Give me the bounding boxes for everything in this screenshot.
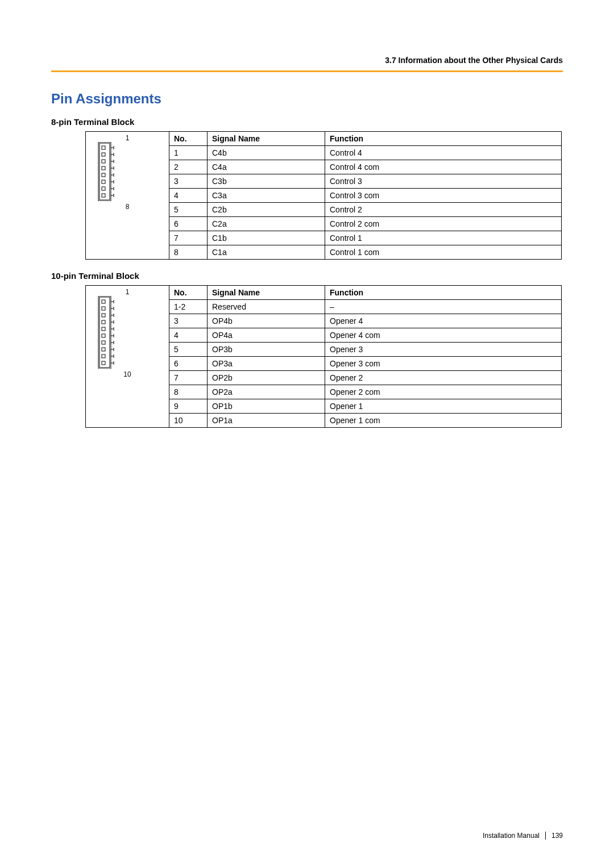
footer-divider bbox=[545, 832, 546, 840]
header-section-label: 3.7 Information about the Other Physical… bbox=[385, 56, 563, 65]
svg-rect-55 bbox=[102, 361, 105, 365]
cell-func: Opener 1 bbox=[325, 399, 562, 414]
footer-manual-label: Installation Manual bbox=[483, 832, 540, 840]
svg-rect-1 bbox=[99, 143, 110, 200]
table-header-row: 18No.Signal NameFunction bbox=[86, 132, 562, 146]
cell-no: 4 bbox=[169, 328, 208, 343]
content-area: Pin Assignments 8-pin Terminal Block 18N… bbox=[51, 91, 563, 428]
cell-no: 3 bbox=[169, 314, 208, 328]
table-8pin: 18No.Signal NameFunction1C4bControl 42C4… bbox=[85, 131, 562, 260]
cell-func: Opener 2 com bbox=[325, 385, 562, 399]
cell-func: Control 2 com bbox=[325, 217, 562, 231]
cell-no: 10 bbox=[169, 414, 208, 428]
page: 3.7 Information about the Other Physical… bbox=[0, 0, 614, 868]
cell-no: 4 bbox=[169, 189, 208, 203]
cell-signal: OP1a bbox=[208, 414, 325, 428]
svg-rect-27 bbox=[99, 297, 110, 368]
terminal-block-diagram-cell: 18 bbox=[86, 132, 169, 260]
page-title: Pin Assignments bbox=[51, 91, 563, 107]
cell-func: Opener 3 com bbox=[325, 357, 562, 371]
cell-func: Control 1 bbox=[325, 231, 562, 245]
svg-rect-23 bbox=[102, 194, 105, 197]
cell-signal: C3a bbox=[208, 189, 325, 203]
svg-rect-46 bbox=[102, 341, 105, 344]
cell-signal: OP4b bbox=[208, 314, 325, 328]
heading-8pin: 8-pin Terminal Block bbox=[51, 117, 563, 127]
cell-signal: OP3a bbox=[208, 357, 325, 371]
svg-rect-8 bbox=[102, 160, 105, 163]
cell-func: Opener 2 bbox=[325, 371, 562, 385]
cell-no: 8 bbox=[169, 385, 208, 399]
terminal-block-diagram-cell: 110 bbox=[86, 286, 169, 428]
cell-signal: C3b bbox=[208, 174, 325, 189]
cell-func: Control 3 com bbox=[325, 189, 562, 203]
cell-func: Control 3 bbox=[325, 174, 562, 189]
svg-rect-0 bbox=[98, 142, 111, 201]
cell-no: 5 bbox=[169, 343, 208, 357]
cell-func: Control 4 com bbox=[325, 160, 562, 174]
heading-10pin: 10-pin Terminal Block bbox=[51, 271, 563, 281]
cell-no: 1-2 bbox=[169, 300, 208, 314]
table-column-header: Function bbox=[325, 132, 562, 146]
svg-rect-49 bbox=[102, 348, 105, 351]
cell-signal: C1a bbox=[208, 245, 325, 260]
svg-rect-20 bbox=[102, 187, 105, 190]
cell-no: 7 bbox=[169, 371, 208, 385]
cell-signal: C4b bbox=[208, 146, 325, 160]
table-column-header: Signal Name bbox=[208, 132, 325, 146]
svg-rect-2 bbox=[102, 146, 105, 149]
cell-no: 6 bbox=[169, 217, 208, 231]
terminal-block-label-bottom: 8 bbox=[90, 203, 164, 211]
cell-signal: C4a bbox=[208, 160, 325, 174]
cell-no: 8 bbox=[169, 245, 208, 260]
cell-func: – bbox=[325, 300, 562, 314]
terminal-block-label-top: 1 bbox=[90, 288, 164, 296]
terminal-block-icon bbox=[90, 142, 119, 201]
table-column-header: Function bbox=[325, 286, 562, 300]
svg-rect-5 bbox=[102, 153, 105, 156]
header-rule bbox=[51, 70, 563, 72]
terminal-block-icon bbox=[90, 296, 119, 369]
cell-no: 3 bbox=[169, 174, 208, 189]
cell-signal: C2a bbox=[208, 217, 325, 231]
svg-rect-37 bbox=[102, 320, 105, 324]
table-10pin: 110No.Signal NameFunction1-2Reserved–3OP… bbox=[85, 285, 562, 428]
cell-func: Control 4 bbox=[325, 146, 562, 160]
cell-no: 2 bbox=[169, 160, 208, 174]
cell-no: 1 bbox=[169, 146, 208, 160]
cell-func: Opener 4 bbox=[325, 314, 562, 328]
cell-signal: OP1b bbox=[208, 399, 325, 414]
svg-rect-34 bbox=[102, 314, 105, 317]
cell-no: 6 bbox=[169, 357, 208, 371]
cell-no: 5 bbox=[169, 203, 208, 217]
cell-no: 7 bbox=[169, 231, 208, 245]
cell-func: Opener 3 bbox=[325, 343, 562, 357]
table-header-row: 110No.Signal NameFunction bbox=[86, 286, 562, 300]
terminal-block-label-bottom: 10 bbox=[90, 370, 164, 378]
cell-signal: OP2b bbox=[208, 371, 325, 385]
table-column-header: Signal Name bbox=[208, 286, 325, 300]
svg-rect-52 bbox=[102, 354, 105, 358]
svg-rect-31 bbox=[102, 307, 105, 310]
cell-signal: OP3b bbox=[208, 343, 325, 357]
table-column-header: No. bbox=[169, 132, 208, 146]
cell-signal: C2b bbox=[208, 203, 325, 217]
table-column-header: No. bbox=[169, 286, 208, 300]
footer-page-number: 139 bbox=[551, 832, 563, 840]
cell-func: Opener 1 com bbox=[325, 414, 562, 428]
svg-rect-28 bbox=[102, 300, 105, 303]
cell-func: Control 2 bbox=[325, 203, 562, 217]
page-footer: Installation Manual 139 bbox=[483, 832, 563, 840]
cell-signal: OP4a bbox=[208, 328, 325, 343]
cell-func: Control 1 com bbox=[325, 245, 562, 260]
svg-rect-40 bbox=[102, 327, 105, 331]
svg-rect-43 bbox=[102, 334, 105, 337]
cell-signal: OP2a bbox=[208, 385, 325, 399]
cell-func: Opener 4 com bbox=[325, 328, 562, 343]
cell-signal: C1b bbox=[208, 231, 325, 245]
cell-no: 9 bbox=[169, 399, 208, 414]
svg-rect-11 bbox=[102, 166, 105, 170]
svg-rect-17 bbox=[102, 180, 105, 183]
svg-rect-14 bbox=[102, 173, 105, 177]
cell-signal: Reserved bbox=[208, 300, 325, 314]
